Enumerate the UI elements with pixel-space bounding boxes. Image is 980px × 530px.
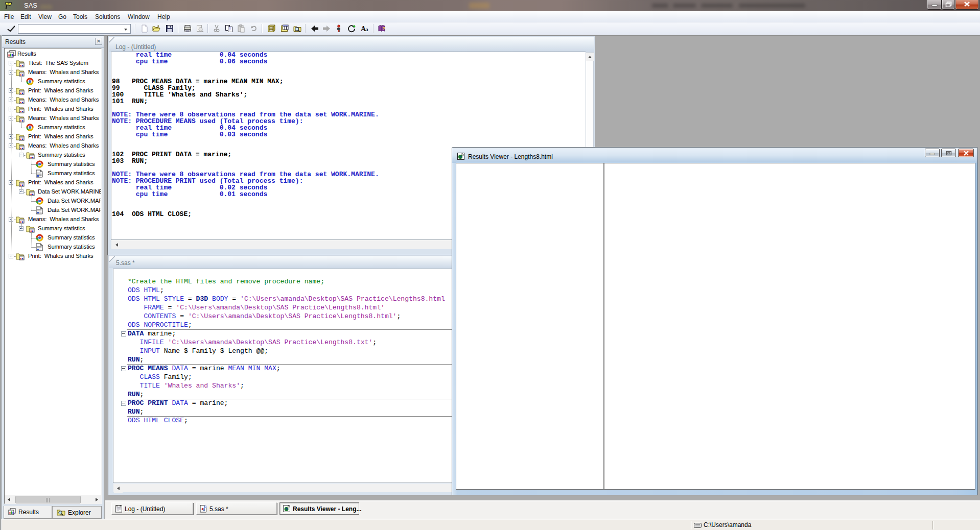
svg-text:?: ? — [382, 26, 385, 31]
svg-text:a: a — [365, 26, 368, 32]
